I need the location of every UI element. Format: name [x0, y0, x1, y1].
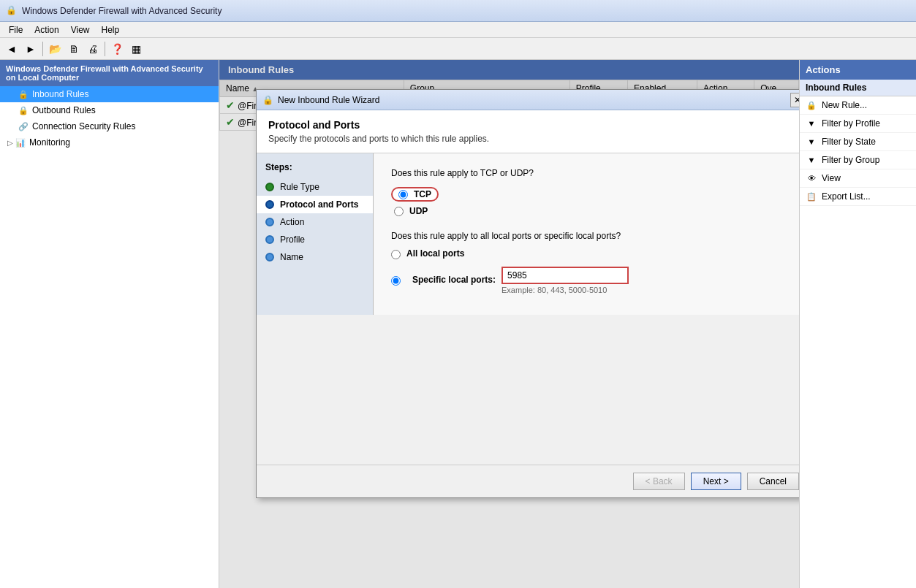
tcp-option[interactable]: TCP — [391, 187, 793, 202]
step-profile[interactable]: Profile — [257, 231, 373, 248]
udp-option[interactable]: UDP — [394, 206, 793, 216]
action-view-label: View — [822, 173, 841, 183]
dialog-content: Does this rule apply to TCP or UDP? TCP — [374, 153, 799, 315]
app-title: Windows Defender Firewall with Advanced … — [22, 6, 222, 16]
toolbar-copy[interactable]: 🗎 — [65, 40, 83, 58]
menu-help[interactable]: Help — [96, 23, 126, 37]
action-filter-state[interactable]: ▼ Filter by State — [800, 133, 916, 151]
wizard-dialog: 🔒 New Inbound Rule Wizard ✕ Protocol and… — [256, 89, 799, 498]
step-rule-type[interactable]: Rule Type — [257, 178, 373, 196]
toolbar-separator — [42, 42, 43, 56]
step-dot-rule-type — [265, 183, 274, 191]
udp-label: UDP — [409, 206, 428, 216]
menu-bar: File Action View Help — [0, 22, 916, 38]
menu-file[interactable]: File — [3, 23, 29, 37]
action-filter-group-label: Filter by Group — [822, 155, 879, 165]
inbound-icon: 🔒 — [18, 88, 29, 100]
step-dot-action — [265, 218, 274, 226]
tree-header: Windows Defender Firewall with Advanced … — [0, 60, 219, 86]
port-example: Example: 80, 443, 5000-5010 — [501, 286, 629, 294]
action-filter-profile-label: Filter by Profile — [822, 118, 880, 129]
dialog-header-title: Protocol and Ports — [268, 119, 799, 131]
action-new-rule-label: New Rule... — [822, 100, 867, 110]
action-filter-group[interactable]: ▼ Filter by Group — [800, 151, 916, 169]
toolbar-separator2 — [105, 42, 105, 56]
port-input-container: Example: 80, 443, 5000-5010 — [501, 265, 629, 294]
ports-question: Does this rule apply to all local ports … — [391, 231, 793, 241]
sidebar-item-label-monitoring: Monitoring — [29, 137, 70, 148]
all-ports-option[interactable]: All local ports — [391, 248, 793, 259]
app-icon: 🔒 — [6, 5, 18, 17]
action-filter-profile[interactable]: ▼ Filter by Profile — [800, 115, 916, 133]
filter-state-icon: ▼ — [806, 136, 817, 148]
sidebar-item-inbound[interactable]: 🔒 Inbound Rules — [0, 86, 219, 102]
port-value-input[interactable] — [501, 267, 629, 284]
filter-profile-icon: ▼ — [806, 118, 817, 129]
sidebar-item-outbound[interactable]: 🔒 Outbound Rules — [0, 102, 219, 118]
actions-title: Actions — [806, 64, 841, 75]
specific-ports-label: Specific local ports: — [412, 275, 496, 285]
action-new-rule[interactable]: 🔒 New Rule... — [800, 96, 916, 115]
all-ports-label: All local ports — [406, 248, 464, 259]
actions-section-inbound: Inbound Rules — [800, 80, 916, 96]
step-protocol-ports[interactable]: Protocol and Ports — [257, 196, 373, 213]
step-label-action: Action — [280, 217, 304, 227]
cancel-button[interactable]: Cancel — [747, 473, 799, 490]
expand-monitoring[interactable]: ▷ — [6, 138, 15, 147]
step-label-rule-type: Rule Type — [280, 182, 319, 192]
toolbar-chart[interactable]: ▦ — [127, 40, 145, 58]
center-panel: Inbound Rules Name ▲ Group Profile Enabl… — [219, 60, 799, 588]
toolbar-forward[interactable]: ► — [22, 40, 39, 58]
toolbar-open[interactable]: 📂 — [46, 40, 64, 58]
actions-header: Actions — [800, 60, 916, 80]
tcp-radio-box[interactable]: TCP — [391, 187, 439, 202]
action-export-label: Export List... — [822, 191, 871, 202]
tcp-radio[interactable] — [398, 190, 408, 199]
tree-header-text: Windows Defender Firewall with Advanced … — [6, 64, 203, 82]
step-action[interactable]: Action — [257, 213, 373, 231]
action-export-list[interactable]: 📋 Export List... — [800, 188, 916, 206]
dialog-icon: 🔒 — [262, 95, 273, 105]
protocol-question: Does this rule apply to TCP or UDP? — [391, 168, 793, 178]
view-icon: 👁 — [806, 172, 817, 184]
dialog-body: Steps: Rule Type Protocol and Ports Acti… — [257, 153, 799, 315]
menu-view[interactable]: View — [65, 23, 96, 37]
filter-group-icon: ▼ — [806, 154, 817, 166]
action-view[interactable]: 👁 View — [800, 169, 916, 188]
sidebar-item-label-inbound: Inbound Rules — [32, 89, 88, 99]
toolbar-back[interactable]: ◄ — [3, 40, 20, 58]
specific-ports-radio[interactable] — [391, 276, 401, 286]
toolbar-print[interactable]: 🖨 — [84, 40, 102, 58]
step-dot-protocol — [265, 200, 274, 209]
ports-section: Does this rule apply to all local ports … — [391, 231, 793, 294]
sidebar-item-monitoring[interactable]: ▷ 📊 Monitoring — [0, 134, 219, 150]
connection-icon: 🔗 — [18, 121, 29, 132]
export-icon: 📋 — [806, 191, 817, 202]
back-button[interactable]: < Back — [633, 473, 685, 490]
all-ports-radio[interactable] — [391, 250, 401, 259]
dialog-title-bar: 🔒 New Inbound Rule Wizard ✕ — [257, 90, 799, 110]
dialog-header-desc: Specify the protocols and ports to which… — [268, 134, 799, 144]
dialog-close-button[interactable]: ✕ — [790, 93, 799, 107]
outbound-icon: 🔒 — [18, 104, 29, 116]
sidebar-item-connection[interactable]: 🔗 Connection Security Rules — [0, 118, 219, 134]
dialog-footer: < Back Next > Cancel — [257, 465, 799, 497]
udp-radio[interactable] — [394, 207, 404, 216]
title-bar: 🔒 Windows Defender Firewall with Advance… — [0, 0, 916, 22]
protocol-radio-group: TCP UDP — [391, 187, 793, 216]
menu-action[interactable]: Action — [29, 23, 64, 37]
step-dot-name — [265, 253, 274, 261]
dialog-overlay: 🔒 New Inbound Rule Wizard ✕ Protocol and… — [219, 60, 799, 588]
action-filter-state-label: Filter by State — [822, 137, 876, 147]
step-label-protocol: Protocol and Ports — [280, 199, 358, 210]
main-layout: Windows Defender Firewall with Advanced … — [0, 60, 916, 588]
dialog-title-label: New Inbound Rule Wizard — [278, 95, 379, 105]
toolbar-help[interactable]: ❓ — [108, 40, 126, 58]
actions-section-label: Inbound Rules — [806, 83, 866, 93]
tree-panel: Windows Defender Firewall with Advanced … — [0, 60, 219, 588]
dialog-header: Protocol and Ports Specify the protocols… — [257, 110, 799, 153]
toolbar: ◄ ► 📂 🗎 🖨 ❓ ▦ — [0, 38, 916, 60]
next-button[interactable]: Next > — [691, 473, 741, 490]
tcp-label: TCP — [414, 189, 431, 199]
step-name[interactable]: Name — [257, 248, 373, 266]
